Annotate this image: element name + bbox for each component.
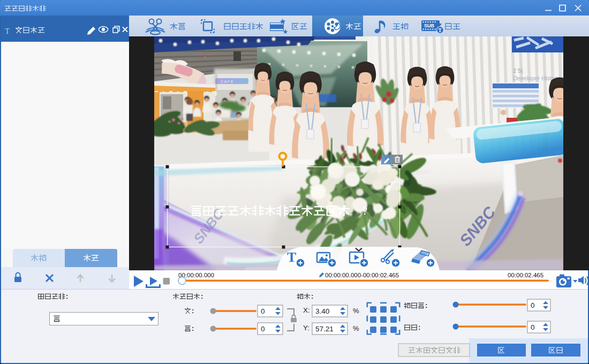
svg-text:00:00:02.465: 00:00:02.465 [508, 272, 543, 278]
svg-text:SUB: SUB [424, 23, 435, 28]
svg-text:%: % [353, 307, 359, 315]
svg-text:00:00:00.000-00:00:02.465: 00:00:00.000-00:00:02.465 [325, 272, 399, 278]
svg-text:3.40: 3.40 [315, 307, 329, 315]
svg-text:0: 0 [531, 301, 535, 309]
svg-text:X:: X: [303, 306, 310, 314]
svg-text:T: T [5, 27, 10, 35]
svg-text::: : [66, 292, 68, 300]
svg-text:0: 0 [531, 323, 535, 331]
svg-text:0: 0 [261, 325, 265, 333]
svg-text:0: 0 [261, 307, 265, 315]
svg-text::: : [418, 323, 420, 331]
svg-text:57.21: 57.21 [315, 325, 334, 333]
svg-text:T: T [439, 28, 442, 33]
svg-text::: : [201, 292, 203, 300]
svg-text:%: % [353, 324, 359, 332]
svg-text::: : [192, 307, 194, 315]
svg-text::: : [192, 324, 194, 332]
svg-text::: : [311, 292, 313, 300]
svg-text:Y:: Y: [303, 324, 309, 332]
svg-text:T: T [287, 249, 296, 265]
svg-text:?: ? [363, 204, 367, 217]
svg-text::: : [425, 301, 427, 309]
